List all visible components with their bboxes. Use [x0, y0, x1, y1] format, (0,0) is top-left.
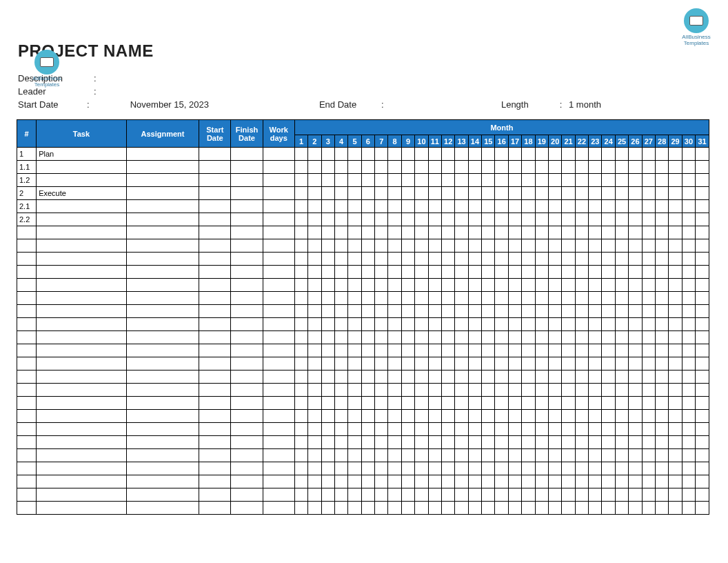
gantt-cell [629, 344, 642, 357]
row-task [37, 436, 127, 449]
row-finish [231, 292, 263, 305]
gantt-cell [495, 292, 508, 305]
gantt-cell [361, 357, 374, 371]
gantt-cell [508, 344, 521, 357]
gantt-cell [508, 305, 521, 318]
gantt-cell [482, 292, 495, 305]
gantt-cell [388, 371, 401, 384]
gantt-cell [375, 502, 388, 515]
gantt-cell [696, 344, 709, 357]
gantt-cell [321, 318, 334, 331]
gantt-cell [441, 318, 454, 331]
day-header-12: 12 [441, 135, 454, 148]
gantt-cell [321, 200, 334, 213]
gantt-cell [602, 305, 615, 318]
gantt-cell [375, 213, 388, 226]
gantt-cell [401, 305, 414, 318]
row-start [199, 344, 231, 357]
gantt-cell [308, 318, 321, 331]
gantt-cell [495, 148, 508, 161]
gantt-cell [441, 253, 454, 266]
gantt-cell [441, 266, 454, 279]
row-assignment [126, 253, 199, 266]
gantt-cell [655, 305, 668, 318]
gantt-cell [294, 331, 307, 344]
gantt-cell [642, 423, 655, 436]
gantt-row [17, 397, 709, 410]
row-workdays [263, 318, 294, 331]
gantt-cell [428, 436, 441, 449]
row-finish [231, 226, 263, 239]
gantt-cell [655, 436, 668, 449]
row-start [199, 213, 231, 226]
row-task [37, 449, 127, 462]
gantt-cell [468, 187, 481, 200]
gantt-cell [415, 357, 428, 371]
gantt-cell [629, 200, 642, 213]
gantt-cell [348, 344, 361, 357]
length-label: Length [501, 99, 560, 110]
gantt-cell [455, 200, 468, 213]
gantt-cell [669, 410, 682, 423]
row-start [199, 397, 231, 410]
gantt-cell [308, 475, 321, 488]
gantt-cell [535, 292, 548, 305]
gantt-cell [415, 462, 428, 475]
gantt-row [17, 449, 709, 462]
row-workdays [263, 200, 294, 213]
day-header-2: 2 [308, 135, 321, 148]
gantt-cell [669, 357, 682, 371]
gantt-cell [321, 226, 334, 239]
col-finish-date: Finish Date [231, 120, 263, 148]
gantt-cell [535, 488, 548, 502]
row-task [37, 226, 127, 239]
row-assignment [126, 292, 199, 305]
gantt-row [17, 410, 709, 423]
gantt-cell [508, 436, 521, 449]
gantt-cell [696, 475, 709, 488]
gantt-cell [455, 292, 468, 305]
row-task [37, 462, 127, 475]
gantt-cell [562, 239, 575, 253]
gantt-row: 1Plan [17, 148, 709, 161]
gantt-cell [642, 397, 655, 410]
gantt-cell [669, 266, 682, 279]
gantt-cell [468, 488, 481, 502]
gantt-cell [348, 449, 361, 462]
gantt-cell [669, 462, 682, 475]
brand-text: AllBusiness Templates [28, 76, 66, 88]
gantt-cell [401, 331, 414, 344]
gantt-cell [428, 253, 441, 266]
day-header-25: 25 [615, 135, 628, 148]
gantt-cell [615, 462, 628, 475]
gantt-cell [375, 187, 388, 200]
gantt-cell [629, 397, 642, 410]
row-workdays [263, 253, 294, 266]
day-header-5: 5 [348, 135, 361, 148]
gantt-row [17, 239, 709, 253]
gantt-cell [428, 148, 441, 161]
gantt-cell [615, 213, 628, 226]
day-header-13: 13 [455, 135, 468, 148]
col-work-days: Work days [263, 120, 294, 148]
row-start [199, 475, 231, 488]
gantt-cell [388, 436, 401, 449]
gantt-cell [548, 371, 561, 384]
gantt-cell [441, 200, 454, 213]
gantt-row [17, 344, 709, 357]
gantt-cell [468, 397, 481, 410]
gantt-cell [361, 305, 374, 318]
gantt-cell [548, 213, 561, 226]
gantt-cell [535, 200, 548, 213]
gantt-cell [415, 475, 428, 488]
gantt-cell [655, 475, 668, 488]
gantt-cell [548, 253, 561, 266]
gantt-cell [428, 344, 441, 357]
gantt-cell [655, 462, 668, 475]
gantt-cell [682, 318, 695, 331]
row-workdays [263, 371, 294, 384]
gantt-cell [548, 449, 561, 462]
row-task [37, 410, 127, 423]
gantt-cell [589, 174, 602, 187]
gantt-cell [615, 423, 628, 436]
